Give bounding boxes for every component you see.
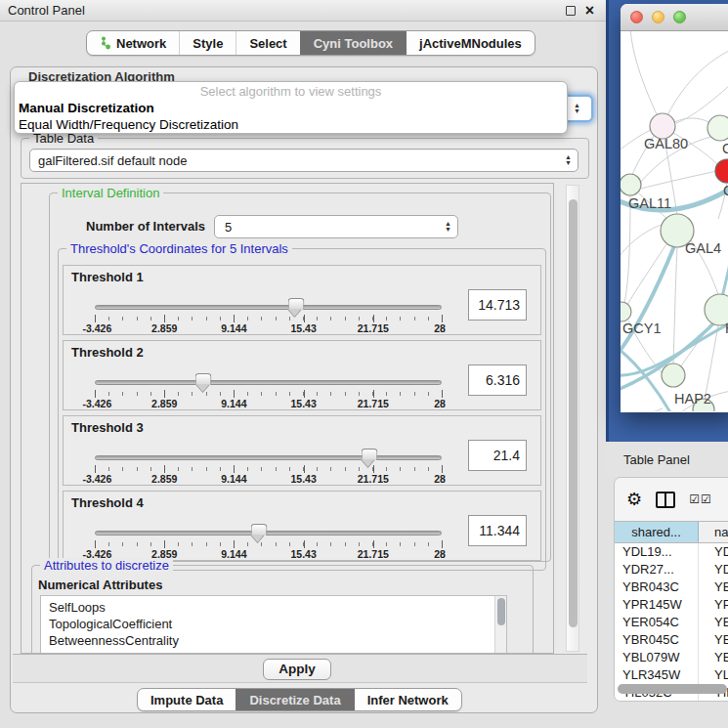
- list-item[interactable]: BetweennessCentrality: [49, 632, 506, 649]
- table-row[interactable]: YBR045CYBR0: [615, 631, 728, 649]
- threshold-4-panel: Threshold 4 -3.4262.8599.14415.4321.7152…: [63, 491, 541, 561]
- node-label: GAL11: [628, 195, 671, 211]
- threshold-4-slider[interactable]: [95, 531, 442, 535]
- node-label: GAL80: [644, 136, 688, 151]
- numerical-attributes-label: Numerical Attributes: [38, 578, 162, 592]
- slider-ticks: [95, 540, 443, 548]
- gear-icon[interactable]: ⚙: [626, 491, 642, 508]
- dropdown-placeholder: Select algorithm to view settings: [17, 84, 565, 100]
- tab-network[interactable]: Network: [87, 31, 179, 55]
- threshold-2-slider[interactable]: [95, 380, 442, 385]
- window-close-icon[interactable]: [630, 11, 643, 23]
- tab-cyni-toolbox[interactable]: Cyni Toolbox: [300, 31, 406, 55]
- window-minimize-icon[interactable]: [652, 11, 664, 23]
- number-of-intervals-spinner[interactable]: 5 ▲▼: [214, 215, 458, 238]
- threshold-3-slider[interactable]: [95, 455, 442, 460]
- table-row[interactable]: YER054CYER0: [615, 614, 728, 631]
- stepper-arrows-icon: ▲▼: [574, 103, 586, 114]
- number-of-intervals-label: Number of Intervals: [86, 219, 205, 234]
- list-item[interactable]: SelfLoops: [49, 599, 506, 616]
- control-panel: Control Panel × Network Style Select Cyn…: [0, 0, 606, 728]
- dropdown-option-equal-width[interactable]: Equal Width/Frequency Discretization: [17, 116, 565, 133]
- threshold-3-label: Threshold 3: [71, 420, 144, 435]
- threshold-2-panel: Threshold 2 -3.4262.8599.14415.4321.7152…: [63, 340, 541, 410]
- slider-ticks: [95, 465, 443, 473]
- table-panel-title: Table Panel: [623, 452, 690, 467]
- tab-discretize-data[interactable]: Discretize Data: [236, 689, 353, 710]
- threshold-1-label: Threshold 1: [71, 270, 144, 284]
- thresholds-group-title: Threshold's Coordinates for 5 Intervals: [66, 241, 292, 256]
- node-label: GAL: [722, 141, 728, 156]
- table-row[interactable]: YPR145WYPR1: [615, 596, 728, 614]
- slider-ticks: [95, 390, 443, 398]
- node-hap2[interactable]: [662, 364, 685, 387]
- node-label: GAL4: [685, 240, 721, 256]
- network-canvas[interactable]: GAL80 GAL C GAL11 GAL4 GCY1 H HAP2: [621, 31, 728, 411]
- table-header-row: shared... na: [615, 521, 728, 543]
- slider-tick-labels: -3.4262.8599.14415.4321.71528: [95, 322, 443, 334]
- float-panel-icon[interactable]: [566, 6, 576, 16]
- table-data-combobox[interactable]: galFiltered.sif default node ▲▼: [29, 149, 578, 172]
- node-selected-red[interactable]: [715, 159, 728, 183]
- thresholds-group: Threshold's Coordinates for 5 Intervals …: [58, 248, 546, 571]
- split-view-icon[interactable]: [656, 492, 675, 508]
- table-data-group: Table Data galFiltered.sif default node …: [21, 138, 589, 179]
- scrollbar-thumb[interactable]: [569, 199, 578, 627]
- column-header-name[interactable]: na: [699, 522, 728, 542]
- attributes-list[interactable]: SelfLoops TopologicalCoefficient Between…: [40, 595, 507, 654]
- table-row[interactable]: YBL079WYBL0: [615, 649, 728, 666]
- attributes-group: Attributes to discretize Numerical Attri…: [31, 565, 534, 654]
- threshold-4-value-field[interactable]: 11.344: [468, 515, 527, 546]
- threshold-2-value-field[interactable]: 6.316: [468, 364, 527, 396]
- network-view-window[interactable]: GAL80 GAL C GAL11 GAL4 GCY1 H HAP2: [621, 4, 728, 412]
- node-label: C: [723, 183, 728, 198]
- threshold-2-label: Threshold 2: [71, 345, 144, 360]
- control-panel-tabs: Network Style Select Cyni Toolbox jActiv…: [86, 30, 535, 56]
- threshold-1-value-field[interactable]: 14.713: [468, 289, 527, 321]
- window-zoom-icon[interactable]: [673, 11, 686, 23]
- interval-definition-title: Interval Definition: [58, 186, 163, 200]
- apply-row: Apply: [13, 654, 587, 683]
- table-row[interactable]: YDL19...YDL1: [615, 543, 728, 561]
- cyni-toolbox-panel: Discretization Algorithm ▲▼ Select algor…: [10, 66, 598, 713]
- threshold-1-panel: Threshold 1 -3.4262.8599.14415.4321.7152…: [63, 265, 541, 335]
- tab-infer-network[interactable]: Infer Network: [354, 689, 461, 710]
- dropdown-option-manual[interactable]: Manual Discretization: [17, 100, 565, 116]
- node-label: HAP2: [674, 391, 711, 407]
- list-item[interactable]: TopologicalCoefficient: [49, 616, 506, 632]
- threshold-3-panel: Threshold 3 -3.4262.8599.14415.4321.7152…: [63, 415, 541, 486]
- tab-jactivemnodules[interactable]: jActiveMNodules: [406, 31, 535, 55]
- node[interactable]: [707, 115, 728, 141]
- checkbox-icons[interactable]: ☑☑: [689, 492, 712, 506]
- settings-scroll-area: Interval Definition Number of Intervals …: [21, 183, 554, 654]
- table-panel-titlebar: Table Panel: [606, 442, 728, 477]
- node-gcy1[interactable]: [621, 302, 631, 321]
- column-header-shared-name[interactable]: shared...: [615, 522, 699, 542]
- table-toolbar: ⚙ ☑☑: [615, 478, 728, 521]
- tab-impute-data[interactable]: Impute Data: [138, 689, 236, 710]
- table-row[interactable]: YDR27...YDR2: [615, 561, 728, 578]
- node-label: GCY1: [622, 321, 662, 336]
- control-panel-titlebar: Control Panel ×: [0, 0, 606, 21]
- node-gal11[interactable]: [621, 174, 641, 195]
- network-icon: [100, 36, 111, 50]
- table-row[interactable]: YBR043CYBR0: [615, 578, 728, 596]
- intervals-value: 5: [225, 220, 232, 235]
- table-panel: ⚙ ☑☑ shared... na YDL19...YDL1 YDR27...Y…: [614, 477, 728, 702]
- stepper-arrows-icon: ▲▼: [565, 154, 578, 166]
- slider-tick-labels: -3.4262.8599.14415.4321.71528: [95, 398, 443, 409]
- stepper-arrows-icon: ▲▼: [445, 221, 457, 233]
- threshold-1-slider[interactable]: [95, 305, 442, 310]
- close-icon[interactable]: ×: [585, 6, 594, 16]
- table-row[interactable]: YLR345WYLR3: [615, 666, 728, 684]
- tab-select[interactable]: Select: [236, 31, 299, 55]
- panel-scrollbar[interactable]: [566, 185, 579, 652]
- slider-ticks: [95, 315, 443, 322]
- list-scrollbar[interactable]: [494, 596, 506, 654]
- apply-button[interactable]: Apply: [263, 659, 331, 680]
- horizontal-scrollbar[interactable]: [618, 684, 727, 694]
- threshold-4-label: Threshold 4: [71, 495, 144, 510]
- tab-style[interactable]: Style: [179, 31, 236, 55]
- table-data-value: galFiltered.sif default node: [38, 153, 187, 168]
- threshold-3-value-field[interactable]: 21.4: [468, 440, 527, 471]
